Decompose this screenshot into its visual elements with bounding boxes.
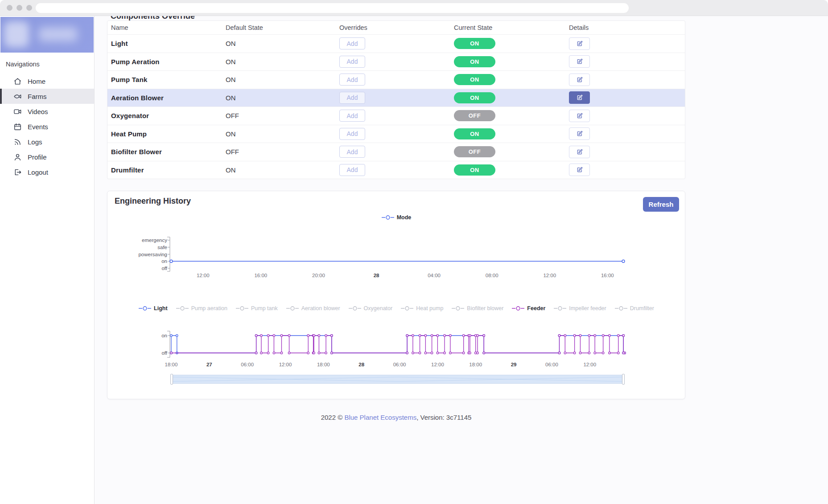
legend-item[interactable]: Light (138, 305, 168, 311)
address-bar[interactable] (36, 3, 629, 13)
table-row[interactable]: Biofilter Blower OFF Add OFF (107, 143, 685, 161)
table-row[interactable]: Drumfilter ON Add ON (107, 161, 685, 179)
footer-link[interactable]: Blue Planet Ecosystems (344, 414, 416, 421)
legend-label: Feeder (527, 305, 545, 311)
details-edit-button[interactable] (569, 37, 590, 50)
legend-label: Pump aeration (191, 305, 227, 311)
page-content: Components Override Name Default State O… (107, 16, 685, 421)
edit-icon (576, 40, 583, 47)
details-edit-button[interactable] (569, 164, 590, 176)
svg-text:18:00: 18:00 (165, 362, 178, 367)
add-override-button[interactable]: Add (339, 56, 365, 68)
svg-text:on: on (161, 333, 167, 338)
sidebar-item-label: Farms (28, 93, 47, 100)
sidebar-item-farms[interactable]: Farms (0, 89, 94, 104)
legend-item[interactable]: Aeration blower (286, 305, 340, 311)
component-name: Heat Pump (107, 130, 222, 138)
legend-item[interactable]: Oxygenator (348, 305, 393, 311)
svg-text:16:00: 16:00 (254, 273, 267, 278)
sidebar-item-label: Videos (28, 108, 48, 115)
component-name: Pump Aeration (107, 58, 222, 66)
sidebar-item-label: Profile (28, 153, 47, 161)
current-state-badge: ON (454, 128, 495, 139)
window-close-button[interactable] (7, 5, 12, 11)
details-edit-button[interactable] (569, 146, 590, 158)
sidebar-item-label: Events (28, 123, 48, 131)
logs-icon (13, 138, 22, 146)
sidebar-item-home[interactable]: Home (0, 74, 94, 89)
legend-item[interactable]: Pump aeration (176, 305, 227, 311)
component-name: Drumfilter (107, 166, 222, 174)
legend-item[interactable]: Mode (381, 214, 412, 221)
legend-marker-icon (348, 306, 362, 311)
add-override-button[interactable]: Add (339, 37, 365, 49)
svg-text:18:00: 18:00 (317, 362, 330, 367)
add-override-button[interactable]: Add (339, 74, 365, 86)
default-state-value: OFF (222, 112, 336, 119)
legend-marker-icon (553, 306, 567, 311)
table-row[interactable]: Pump Tank ON Add ON (107, 70, 685, 89)
legend-item[interactable]: Pump tank (235, 305, 278, 311)
sidebar-item-events[interactable]: Events (0, 119, 94, 134)
components-chart: onoff18:002706:0012:0018:002806:0012:001… (107, 323, 686, 372)
legend-label: Aeration blower (301, 305, 340, 311)
video-icon (13, 107, 22, 116)
sidebar-item-videos[interactable]: Videos (0, 104, 94, 119)
current-state-badge: ON (454, 74, 495, 85)
legend-item[interactable]: Drumfilter (614, 305, 654, 311)
legend-marker-icon (138, 306, 152, 311)
details-edit-button[interactable] (569, 127, 590, 140)
legend-item[interactable]: Biofilter blower (451, 305, 503, 311)
edit-icon (576, 166, 583, 173)
sidebar-item-label: Logout (28, 168, 48, 176)
add-override-button[interactable]: Add (339, 164, 365, 176)
chart-range-brush[interactable] (171, 375, 624, 384)
window-minimize-button[interactable] (16, 5, 22, 11)
svg-text:04:00: 04:00 (428, 273, 441, 278)
current-state-badge: ON (454, 92, 495, 103)
sidebar-item-logout[interactable]: Logout (0, 164, 94, 180)
legend-item[interactable]: Heat pump (400, 305, 443, 311)
svg-text:12:00: 12:00 (279, 362, 292, 367)
sidebar: Navigations Home Farms Videos Events Log… (0, 16, 95, 504)
logo-wordmark (39, 27, 77, 41)
details-edit-button[interactable] (569, 55, 590, 68)
add-override-button[interactable]: Add (339, 110, 365, 122)
footer-version: , Version: 3c71145 (416, 414, 471, 421)
brush-handle-right[interactable] (622, 374, 625, 385)
window-zoom-button[interactable] (26, 5, 32, 11)
sidebar-item-profile[interactable]: Profile (0, 149, 94, 164)
svg-text:20:00: 20:00 (312, 273, 325, 278)
legend-marker-icon (451, 306, 465, 311)
table-row[interactable]: Heat Pump ON Add ON (107, 125, 685, 143)
details-edit-button[interactable] (569, 110, 590, 122)
current-state-badge: OFF (454, 146, 495, 157)
footer: 2022 © Blue Planet Ecosystems, Version: … (107, 414, 685, 421)
details-edit-button[interactable] (569, 74, 590, 86)
table-row[interactable]: Aeration Blower ON Add ON (107, 89, 685, 107)
edit-icon (576, 76, 583, 83)
table-row[interactable]: Light ON Add ON (107, 34, 685, 53)
legend-marker-icon (614, 306, 628, 311)
refresh-button[interactable]: Refresh (643, 197, 679, 212)
sidebar-item-logs[interactable]: Logs (0, 134, 94, 149)
col-name: Name (107, 24, 222, 31)
legend-marker-icon (286, 306, 299, 311)
edit-icon (576, 112, 583, 119)
footer-copyright: 2022 © (321, 414, 343, 421)
legend-label: Biofilter blower (467, 305, 503, 311)
table-row[interactable]: Oxygenator OFF Add OFF (107, 107, 685, 125)
components-chart-legend: Light Pump aeration Pump tank Aeration b… (107, 305, 685, 311)
edit-icon (576, 94, 583, 101)
table-row[interactable]: Pump Aeration ON Add ON (107, 53, 685, 71)
legend-item[interactable]: Impeller feeder (553, 305, 606, 311)
col-current-state: Current State (450, 24, 565, 31)
add-override-button[interactable]: Add (339, 146, 365, 158)
legend-item[interactable]: Feeder (511, 305, 545, 311)
add-override-button[interactable]: Add (339, 128, 365, 140)
brush-handle-left[interactable] (170, 374, 173, 385)
details-edit-button[interactable] (569, 91, 590, 104)
add-override-button[interactable]: Add (339, 92, 365, 104)
profile-icon (13, 153, 22, 161)
svg-text:28: 28 (374, 273, 379, 278)
